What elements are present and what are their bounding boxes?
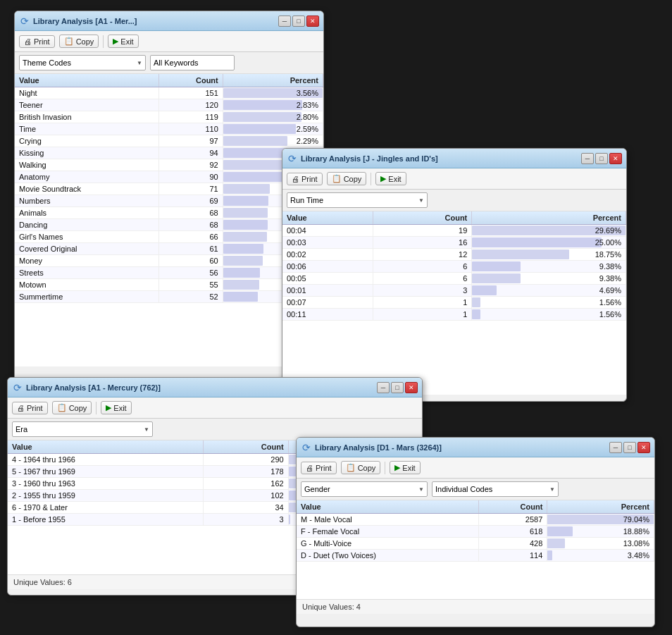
table-row: Kissing942.22% [15, 147, 323, 159]
cell-value: 5 - 1967 thru 1969 [8, 466, 203, 478]
cell-count: 102 [203, 490, 288, 502]
col-value-4: Value [297, 500, 479, 514]
cell-percent: 2.80% [223, 111, 323, 123]
print-icon-4: 🖨 [306, 464, 313, 472]
dropdown-all-keywords[interactable]: All Keywords [150, 55, 235, 70]
table-row: Walking922.17% [15, 159, 323, 171]
dropdown-runtime[interactable]: Run Time ▼ [287, 192, 428, 208]
cell-count: 92 [158, 159, 223, 171]
copy-icon-1: 📋 [64, 37, 74, 46]
sep-4 [385, 462, 385, 474]
cell-value: M - Male Vocal [297, 514, 479, 526]
minimize-btn-1[interactable]: ─ [278, 16, 291, 27]
cell-percent: 18.75% [472, 249, 626, 261]
col-percent-1: Percent [223, 74, 323, 87]
col-value-1: Value [15, 74, 158, 87]
cell-count: 119 [158, 111, 223, 123]
cell-percent: 4.69% [472, 285, 626, 297]
cell-count: 52 [158, 291, 223, 303]
cell-percent: 9.38% [472, 261, 626, 273]
table-row: Girl's Names661.56% [15, 231, 323, 243]
print-btn-4[interactable]: 🖨 Print [301, 462, 337, 474]
window-theme-codes: ⟳ Library Analysis [A1 - Mer...] ─ □ ✕ 🖨… [14, 11, 324, 384]
exit-btn-1[interactable]: ▶ Exit [108, 35, 138, 48]
cell-count: 94 [158, 147, 223, 159]
table-row: 00:041929.69% [282, 225, 626, 237]
close-btn-3[interactable]: ✕ [405, 382, 418, 393]
table-row: 00:0569.38% [282, 273, 626, 285]
dropdown-theme-codes[interactable]: Theme Codes ▼ [19, 55, 146, 70]
cell-count: 68 [158, 207, 223, 219]
dropdown-gender[interactable]: Gender ▼ [301, 481, 428, 497]
col-count-3: Count [203, 440, 288, 454]
cell-value: Animals [15, 207, 158, 219]
print-btn-2[interactable]: 🖨 Print [287, 173, 323, 185]
title-controls-1: ─ □ ✕ [278, 16, 319, 27]
table-container-4: Value Count Percent M - Male Vocal258779… [297, 500, 654, 599]
table-row: Animals681.60% [15, 207, 323, 219]
exit-icon-3: ▶ [106, 403, 111, 412]
table-row: M - Male Vocal258779.04% [297, 514, 654, 526]
cell-value: Dancing [15, 219, 158, 231]
cell-value: Kissing [15, 147, 158, 159]
copy-btn-3[interactable]: 📋 Copy [52, 401, 92, 414]
cell-value: Motown [15, 279, 158, 291]
maximize-btn-1[interactable]: □ [292, 16, 305, 27]
sep-2 [371, 173, 371, 185]
dropdown-era[interactable]: Era ▼ [12, 421, 153, 437]
maximize-btn-4[interactable]: □ [623, 442, 636, 453]
table-row: Time1102.59% [15, 123, 323, 135]
cell-percent: 13.08% [547, 538, 654, 550]
cell-count: 1 [373, 297, 472, 309]
col-count-4: Count [479, 500, 547, 514]
close-btn-4[interactable]: ✕ [637, 442, 650, 453]
maximize-btn-2[interactable]: □ [595, 153, 608, 164]
app-icon-3: ⟳ [12, 382, 23, 393]
cell-value: 3 - 1960 thru 1963 [8, 478, 203, 490]
maximize-btn-3[interactable]: □ [391, 382, 404, 393]
print-icon-3: 🖨 [17, 404, 25, 412]
table-row: Teener1202.83% [15, 99, 323, 111]
copy-btn-4[interactable]: 📋 Copy [341, 461, 381, 474]
close-btn-2[interactable]: ✕ [609, 153, 622, 164]
copy-btn-2[interactable]: 📋 Copy [327, 172, 367, 185]
title-controls-2: ─ □ ✕ [581, 153, 622, 164]
cell-percent: 2.83% [223, 99, 323, 111]
toolbar-3: 🖨 Print 📋 Copy ▶ Exit [8, 397, 422, 419]
cell-value: 00:11 [282, 309, 373, 321]
dropdown-arrow-3: ▼ [144, 426, 149, 433]
print-btn-1[interactable]: 🖨 Print [19, 35, 55, 48]
exit-btn-2[interactable]: ▶ Exit [375, 172, 406, 185]
window-title-3: Library Analysis [A1 - Mercury (762)] [26, 383, 161, 392]
cell-count: 97 [158, 135, 223, 147]
cell-value: Teener [15, 99, 158, 111]
print-btn-3[interactable]: 🖨 Print [12, 402, 48, 414]
dropdown-bar-2: Run Time ▼ [282, 190, 626, 211]
cell-count: 16 [373, 237, 472, 249]
cell-count: 1 [373, 309, 472, 321]
cell-value: Covered Original [15, 243, 158, 255]
cell-value: 2 - 1955 thru 1959 [8, 490, 203, 502]
minimize-btn-2[interactable]: ─ [581, 153, 594, 164]
cell-count: 66 [158, 231, 223, 243]
copy-btn-1[interactable]: 📋 Copy [59, 35, 99, 48]
table-row: Money601.41% [15, 255, 323, 267]
window-title-2: Library Analysis [J - Jingles and ID's] [301, 154, 438, 163]
cell-count: 3 [203, 514, 288, 526]
exit-icon-2: ▶ [380, 174, 386, 183]
cell-value: Streets [15, 267, 158, 279]
cell-count: 151 [158, 87, 223, 99]
col-value-2: Value [282, 211, 373, 225]
table-container-1: Value Count Percent Night1513.56%Teener1… [15, 74, 323, 366]
minimize-btn-4[interactable]: ─ [609, 442, 622, 453]
exit-btn-3[interactable]: ▶ Exit [101, 401, 131, 414]
exit-btn-4[interactable]: ▶ Exit [390, 461, 420, 474]
dropdown-individual-codes[interactable]: Individual Codes ▼ [432, 481, 559, 497]
minimize-btn-3[interactable]: ─ [377, 382, 390, 393]
cell-percent: 79.04% [547, 514, 654, 526]
close-btn-1[interactable]: ✕ [306, 16, 319, 27]
cell-value: 00:01 [282, 285, 373, 297]
title-controls-3: ─ □ ✕ [377, 382, 418, 393]
table-row: 00:1111.56% [282, 309, 626, 321]
table-row: British Invasion1192.80% [15, 111, 323, 123]
